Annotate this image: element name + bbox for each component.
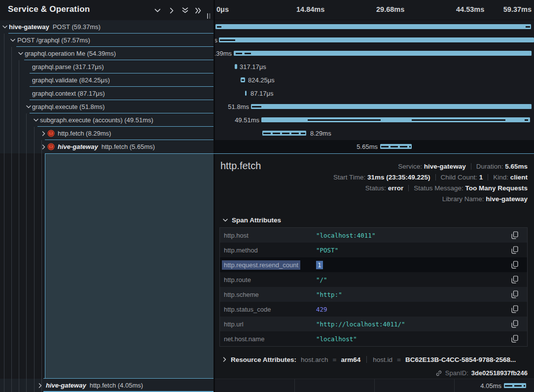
chevron-down-icon[interactable]	[18, 47, 23, 60]
attr-row[interactable]: http.host "localhost:4011"	[220, 228, 527, 243]
timeline-row: 49.51ms	[215, 113, 534, 127]
copy-icon[interactable]	[511, 231, 519, 239]
chevron-down-icon[interactable]	[34, 113, 38, 127]
tree-row-graphql-operation[interactable]: graphql.operation Me (54.39ms)	[0, 47, 214, 60]
timeline-row	[215, 20, 534, 34]
copy-icon[interactable]	[511, 246, 519, 254]
meta-value: Too Many Requests	[465, 184, 528, 192]
span-bar[interactable]	[235, 64, 237, 69]
span-bar[interactable]	[251, 104, 532, 109]
chevron-down-icon[interactable]	[26, 100, 31, 113]
copy-icon[interactable]	[511, 320, 519, 328]
tick-label: 44.53ms	[456, 5, 484, 13]
span-title: http.fetch	[220, 160, 261, 172]
resource-key: host.id	[373, 356, 392, 363]
tree-row-subgraph-execute[interactable]: subgraph.execute (accounts) (49.51ms)	[0, 113, 214, 127]
timeline-panel: 0μs 14.84ms 29.68ms 44.53ms 59.37ms 57.5…	[215, 0, 534, 392]
span-label: http.fetch (4.05ms)	[90, 382, 143, 389]
panel-resize-handle[interactable]	[207, 13, 211, 19]
meta-value: 1	[479, 174, 483, 181]
chevron-right-icon[interactable]	[42, 140, 45, 153]
span-bar[interactable]	[380, 144, 412, 149]
expand-one-icon[interactable]	[168, 7, 176, 14]
copy-icon[interactable]	[511, 305, 519, 313]
resource-key: host.arch	[301, 356, 328, 363]
copy-icon[interactable]	[511, 335, 519, 343]
duration-label: 54.39ms	[215, 47, 232, 60]
duration-label: 5.65ms	[356, 140, 378, 153]
service-name: hive-gateway	[9, 23, 49, 31]
chevron-down-icon[interactable]	[10, 34, 15, 47]
span-bar[interactable]	[241, 77, 245, 82]
span-attributes-header[interactable]: Span Attributes	[223, 216, 281, 224]
span-bar[interactable]	[261, 117, 530, 122]
span-bar[interactable]	[215, 24, 531, 29]
trace-viewer: Service & Operation hive-gatewayPOST (59…	[0, 0, 534, 392]
duration-label: 57.57ms	[215, 34, 217, 47]
tree-row-http-fetch-1[interactable]: http.fetch (8.29ms)	[0, 127, 214, 140]
indent-guide	[41, 140, 42, 392]
meta-line: Service: hive-gatewayDuration: 5.65ms	[333, 161, 528, 172]
span-bar[interactable]	[504, 383, 526, 388]
chevron-down-icon[interactable]	[2, 20, 7, 34]
meta-line: Status: errorStatus Message: Too Many Re…	[333, 183, 528, 194]
tick-label: 29.68ms	[376, 5, 404, 13]
attr-row[interactable]: http.scheme "http:"	[220, 287, 527, 302]
attr-key: http.request.resend_count	[222, 260, 300, 270]
span-bar[interactable]	[234, 51, 532, 56]
chevron-right-icon	[223, 357, 226, 362]
attr-row[interactable]: http.method "POST"	[220, 243, 527, 257]
meta-value: 31ms (23:35:49.225)	[367, 174, 430, 181]
meta-label: Kind:	[493, 174, 508, 181]
attr-value: "http://localhost:4011/"	[316, 321, 405, 328]
section-title: Span Attributes	[232, 216, 281, 224]
attr-value: 1	[316, 261, 323, 269]
span-id-row: SpanID: 3de02518937fb246	[435, 369, 528, 377]
service-name: hive-gateway	[58, 143, 98, 150]
duration-label: 8.29ms	[310, 127, 331, 140]
attr-row[interactable]: net.host.name "localhost"	[220, 331, 527, 346]
equals-sign: =	[333, 356, 337, 363]
tree-row-graphql-context[interactable]: graphql.context (87.17μs)	[0, 87, 214, 100]
timeline-row: 57.57ms	[215, 34, 534, 47]
copy-icon[interactable]	[511, 276, 519, 284]
meta-label: Status Message:	[414, 184, 463, 192]
attr-row[interactable]: http.route "/"	[220, 272, 527, 287]
indent-guide	[34, 127, 35, 392]
attr-row[interactable]: http.url "http://localhost:4011/"	[220, 317, 527, 331]
collapse-one-icon[interactable]	[153, 7, 161, 14]
section-title: Resource Attributes:	[231, 356, 296, 363]
attr-key: http.method	[224, 247, 258, 254]
collapse-all-icon[interactable]	[181, 7, 189, 14]
tree-row-hive-gateway-post[interactable]: hive-gatewayPOST (59.37ms)	[0, 20, 214, 34]
duration-label: 51.8ms	[228, 100, 249, 113]
attr-row[interactable]: http.status_code 429	[220, 302, 527, 317]
copy-icon[interactable]	[511, 261, 519, 269]
resource-attributes-row[interactable]: Resource Attributes: host.arch = arm64 h…	[223, 354, 516, 365]
chevron-down-icon	[223, 218, 228, 222]
attr-row-selected[interactable]: http.request.resend_count 1	[220, 257, 527, 272]
meta-line: Start Time: 31ms (23:35:49.225)Child Cou…	[333, 172, 528, 183]
meta-label: Duration:	[476, 163, 503, 170]
tree-row-http-fetch-3[interactable]: hive-gatewayhttp.fetch (4.05ms)	[0, 379, 214, 392]
span-tree-panel: Service & Operation hive-gatewayPOST (59…	[0, 0, 214, 392]
chevron-right-icon[interactable]	[42, 127, 45, 140]
attr-key: http.url	[224, 321, 244, 328]
tree-row-graphql-validate[interactable]: graphql.validate (824.25μs)	[0, 73, 214, 87]
span-bar[interactable]	[245, 91, 247, 96]
tree-row-http-fetch-2-selected[interactable]: hive-gatewayhttp.fetch (5.65ms)	[0, 140, 214, 153]
tree-row-post-graphql[interactable]: POST /graphql (57.57ms)	[0, 34, 214, 47]
span-bar[interactable]	[219, 37, 534, 42]
link-icon[interactable]	[435, 370, 442, 377]
tree-row-graphql-execute[interactable]: graphql.execute (51.8ms)	[0, 100, 214, 113]
span-label: graphql.validate (824.25μs)	[32, 76, 110, 84]
error-icon	[47, 130, 55, 137]
tree-row-graphql-parse[interactable]: graphql.parse (317.17μs)	[0, 60, 214, 73]
meta-label: Status:	[365, 184, 386, 192]
panel-title: Service & Operation	[8, 4, 90, 14]
copy-icon[interactable]	[511, 290, 519, 298]
span-bar[interactable]	[262, 131, 306, 136]
span-label: POST /graphql (57.57ms)	[17, 36, 90, 44]
expand-all-icon[interactable]	[194, 7, 202, 14]
gridline	[374, 379, 375, 392]
